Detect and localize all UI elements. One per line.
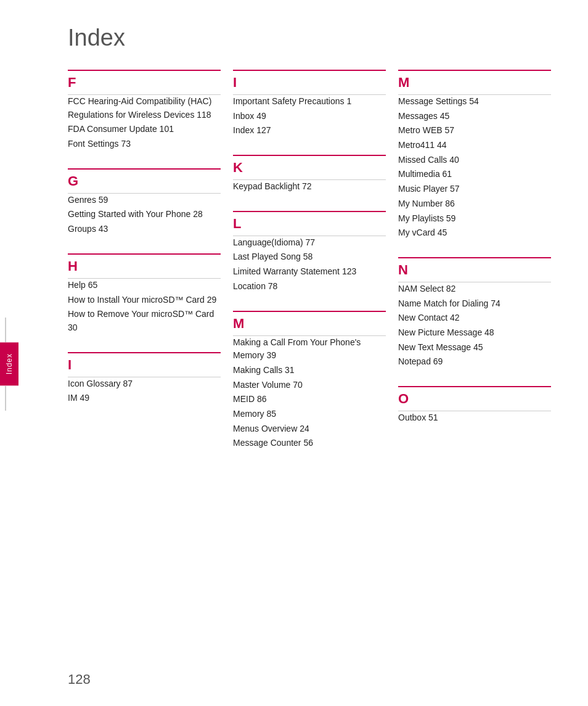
index-entry: Getting Started with Your Phone 28: [68, 208, 221, 221]
index-entry: My vCard 45: [398, 226, 551, 240]
index-entry: Memory 85: [233, 408, 386, 421]
index-entry: Making a Call From Your Phone's Memory 3…: [233, 336, 386, 363]
section-letter: F: [68, 75, 221, 91]
index-entry: Message Counter 56: [233, 437, 386, 450]
index-entry: Last Played Song 58: [233, 250, 386, 264]
index-entry: Important Safety Precautions 1: [233, 95, 386, 109]
index-entry: Font Settings 73: [68, 138, 221, 151]
section-col2-M-3: MMaking a Call From Your Phone's Memory …: [233, 311, 386, 451]
section-divider-top: [398, 386, 551, 387]
index-entry: Notepad 69: [398, 355, 551, 369]
section-col1-I-3: IIcon Glossary 87IM 49: [68, 352, 221, 405]
section-divider-top: [398, 70, 551, 71]
page-container: Index Index FFCC Hearing-Aid Compatibili…: [0, 0, 588, 706]
index-entry: Music Player 57: [398, 183, 551, 196]
section-letter: N: [398, 262, 551, 278]
section-col3-O-2: OOutbox 51: [398, 386, 551, 425]
page-title: Index: [68, 25, 588, 51]
section-col2-K-1: KKeypad Backlight 72: [233, 155, 386, 194]
index-entry: Icon Glossary 87: [68, 377, 221, 391]
sidebar-line-top: [5, 318, 6, 342]
index-entry: MEID 86: [233, 393, 386, 406]
section-letter: M: [233, 316, 386, 332]
index-entry: My Number 86: [398, 197, 551, 211]
index-entry: Groups 43: [68, 223, 221, 236]
section-letter: I: [233, 75, 386, 91]
index-entry: Multimedia 61: [398, 168, 551, 181]
index-entry: Help 65: [68, 279, 221, 292]
section-divider-top: [68, 253, 221, 255]
section-letter: I: [68, 357, 221, 373]
section-col1-F-0: FFCC Hearing-Aid Compatibility (HAC) Reg…: [68, 70, 221, 151]
section-col2-L-2: LLanguage(Idioma) 77Last Played Song 58L…: [233, 211, 386, 293]
content-area: FFCC Hearing-Aid Compatibility (HAC) Reg…: [68, 70, 563, 467]
sidebar-tab-wrapper: Index: [0, 318, 18, 410]
page-number: 128: [68, 671, 91, 688]
section-divider-top: [233, 311, 386, 312]
index-entry: Name Match for Dialing 74: [398, 297, 551, 311]
section-divider-top: [398, 257, 551, 258]
column-3: MMessage Settings 54Messages 45Metro WEB…: [398, 70, 563, 467]
section-letter: H: [68, 258, 221, 274]
index-entry: New Contact 42: [398, 311, 551, 325]
section-divider-top: [233, 155, 386, 156]
index-entry: New Picture Message 48: [398, 326, 551, 340]
index-entry: New Text Message 45: [398, 341, 551, 355]
section-letter: G: [68, 173, 221, 189]
section-col1-H-2: HHelp 65How to Install Your microSD™ Car…: [68, 253, 221, 335]
sidebar-tab-label: Index: [0, 342, 18, 385]
index-entry: Menus Overview 24: [233, 422, 386, 436]
index-entry: FCC Hearing-Aid Compatibility (HAC) Regu…: [68, 95, 221, 121]
index-entry: FDA Consumer Update 101: [68, 123, 221, 136]
index-entry: Metro WEB 57: [398, 124, 551, 138]
index-entry: Message Settings 54: [398, 95, 551, 109]
index-entry: How to Remove Your microSD™ Card 30: [68, 308, 221, 334]
index-entry: Keypad Backlight 72: [233, 180, 386, 194]
index-entry: Location 78: [233, 280, 386, 293]
section-col2-I-0: IImportant Safety Precautions 1Inbox 49I…: [233, 70, 386, 138]
section-col1-G-1: GGenres 59Getting Started with Your Phon…: [68, 168, 221, 236]
index-entry: Messages 45: [398, 110, 551, 123]
sidebar-line-bottom: [5, 386, 6, 411]
index-entry: Language(Idioma) 77: [233, 236, 386, 250]
section-col3-N-1: NNAM Select 82Name Match for Dialing 74N…: [398, 257, 551, 369]
column-2: IImportant Safety Precautions 1Inbox 49I…: [233, 70, 398, 467]
index-entry: Limited Warranty Statement 123: [233, 265, 386, 279]
index-entry: NAM Select 82: [398, 282, 551, 296]
section-divider-top: [68, 70, 221, 71]
index-entry: Master Volume 70: [233, 379, 386, 392]
index-entry: Metro411 44: [398, 139, 551, 152]
index-entry: Missed Calls 40: [398, 154, 551, 167]
index-entry: Genres 59: [68, 194, 221, 207]
index-entry: My Playlists 59: [398, 212, 551, 226]
index-entry: Index 127: [233, 124, 386, 138]
section-divider-top: [233, 70, 386, 71]
section-letter: O: [398, 391, 551, 407]
section-letter: K: [233, 160, 386, 176]
section-divider-top: [68, 168, 221, 170]
index-entry: Making Calls 31: [233, 364, 386, 377]
index-entry: How to Install Your microSD™ Card 29: [68, 293, 221, 307]
index-entry: Inbox 49: [233, 110, 386, 123]
index-entry: IM 49: [68, 392, 221, 405]
section-col3-M-0: MMessage Settings 54Messages 45Metro WEB…: [398, 70, 551, 240]
index-entry: Outbox 51: [398, 411, 551, 425]
section-letter: L: [233, 216, 386, 232]
column-1: FFCC Hearing-Aid Compatibility (HAC) Reg…: [68, 70, 233, 467]
section-divider-top: [68, 352, 221, 353]
section-letter: M: [398, 75, 551, 91]
section-divider-top: [233, 211, 386, 212]
